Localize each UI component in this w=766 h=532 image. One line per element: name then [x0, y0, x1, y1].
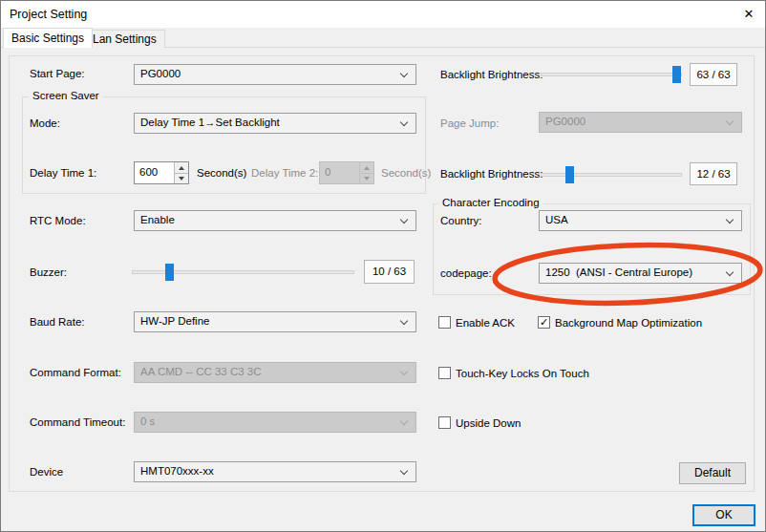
backlight-saver-slider-thumb[interactable]	[565, 166, 574, 183]
project-setting-dialog: Project Setting ✕ Basic Settings Lan Set…	[0, 0, 766, 532]
rtc-mode-label: RTC Mode:	[30, 215, 86, 226]
backlight-top-slider-thumb[interactable]	[672, 66, 681, 83]
mode-label: Mode:	[30, 117, 60, 129]
tab-basic-settings[interactable]: Basic Settings	[3, 28, 93, 48]
spin-up-button[interactable]	[174, 162, 188, 173]
background-map-optimization-checkbox[interactable]: ✓	[538, 316, 550, 329]
command-format-label: Command Format:	[30, 367, 121, 378]
page-jump-combobox: PG0000	[539, 112, 742, 133]
start-page-label: Start Page:	[30, 68, 85, 79]
buzzer-value: 10 / 63	[364, 260, 415, 284]
delay-time-1-value: 600	[139, 166, 158, 178]
command-format-value: AA CMD -- CC 33 C3 3C	[140, 366, 262, 377]
spin-up-button	[359, 162, 373, 173]
backlight-top-label: Backlight Brightness:	[440, 69, 543, 80]
codepage-value: 1250 (ANSI - Central Europe)	[545, 266, 692, 278]
upside-down-label: Upside Down	[456, 417, 521, 429]
character-encoding-group-label: Character Encoding	[438, 197, 543, 208]
command-timeout-value: 0 s	[140, 415, 155, 427]
page-jump-value: PG0000	[545, 116, 585, 127]
spin-down-button	[359, 173, 373, 183]
backlight-top-slider[interactable]	[541, 73, 682, 76]
backlight-saver-value: 12 / 63	[690, 162, 737, 185]
chevron-down-icon	[726, 216, 734, 223]
device-label: Device	[30, 466, 63, 478]
touch-key-locks-checkbox[interactable]	[438, 367, 451, 379]
codepage-combobox[interactable]: 1250 (ANSI - Central Europe)	[539, 263, 742, 284]
chevron-down-icon	[400, 216, 408, 223]
chevron-down-icon	[400, 70, 408, 77]
start-page-combobox[interactable]: PG0000	[134, 64, 416, 85]
codepage-label: codepage:	[440, 267, 492, 279]
delay-time-2-unit: Second(s)	[381, 167, 431, 179]
touch-key-locks-label: Touch-Key Locks On Touch	[456, 368, 589, 379]
chevron-down-icon	[726, 117, 734, 125]
start-page-value: PG0000	[140, 68, 181, 79]
chevron-down-icon	[400, 317, 408, 325]
baud-rate-combobox[interactable]: HW-JP Define	[134, 311, 416, 332]
triangle-down-icon	[364, 177, 370, 181]
country-value: USA	[545, 214, 568, 225]
country-label: Country:	[440, 215, 481, 226]
chevron-down-icon	[400, 467, 408, 475]
triangle-down-icon	[179, 177, 184, 181]
command-timeout-combobox: 0 s	[134, 412, 416, 433]
delay-time-1-unit: Second(s)	[197, 167, 246, 179]
check-icon: ✓	[540, 316, 548, 328]
tab-lan-settings[interactable]: Lan Settings	[84, 30, 165, 48]
close-icon[interactable]: ✕	[736, 5, 761, 24]
spin-down-button[interactable]	[174, 173, 188, 183]
screen-saver-group-label: Screen Saver	[29, 90, 103, 101]
rtc-mode-combobox[interactable]: Enable	[134, 210, 416, 231]
enable-ack-checkbox[interactable]	[438, 316, 451, 329]
delay-time-1-label: Delay Time 1:	[30, 167, 96, 179]
chevron-down-icon	[400, 118, 408, 126]
chevron-down-icon	[400, 417, 408, 425]
backlight-saver-label: Backlight Brightness:	[440, 168, 543, 180]
chevron-down-icon	[726, 268, 734, 276]
delay-time-1-spinner[interactable]: 600	[134, 161, 189, 184]
triangle-up-icon	[364, 166, 370, 170]
device-combobox[interactable]: HMT070xxx-xx	[134, 461, 416, 482]
enable-ack-label: Enable ACK	[456, 317, 515, 329]
buzzer-label: Buzzer:	[30, 266, 67, 278]
delay-time-2-value: 0	[325, 166, 330, 178]
baud-rate-value: HW-JP Define	[140, 315, 209, 327]
command-format-combobox: AA CMD -- CC 33 C3 3C	[134, 362, 416, 383]
background-map-optimization-label: Background Map Optimization	[555, 317, 702, 329]
delay-time-2-label: Delay Time 2:	[251, 167, 318, 179]
country-combobox[interactable]: USA	[539, 210, 742, 231]
chevron-down-icon	[400, 368, 408, 375]
backlight-top-value: 63 / 63	[690, 63, 737, 86]
title-bar: Project Setting ✕	[1, 1, 765, 28]
backlight-saver-slider[interactable]	[541, 173, 682, 177]
rtc-mode-value: Enable	[140, 214, 175, 225]
mode-combobox[interactable]: Delay Time 1→Set Backlight	[134, 113, 416, 134]
upside-down-checkbox[interactable]	[438, 416, 451, 429]
command-timeout-label: Command Timeout:	[30, 416, 125, 428]
default-button[interactable]: Default	[679, 462, 746, 484]
mode-value: Delay Time 1→Set Backlight	[140, 117, 280, 128]
window-title: Project Setting	[10, 8, 87, 21]
delay-time-2-spinner: 0	[319, 161, 374, 184]
baud-rate-label: Baud Rate:	[30, 316, 85, 328]
buzzer-slider-thumb[interactable]	[165, 264, 174, 281]
ok-button[interactable]: OK	[692, 504, 755, 526]
page-jump-label: Page Jump:	[440, 117, 499, 129]
triangle-up-icon	[179, 166, 184, 170]
device-value: HMT070xxx-xx	[140, 465, 214, 477]
